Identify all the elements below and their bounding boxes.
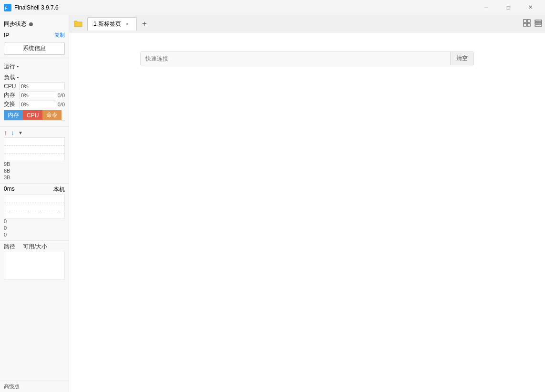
cpu-row: CPU 0% [4,83,65,90]
tab-cpu-button[interactable]: CPU [23,110,42,120]
load-label: 负载 - [4,72,65,83]
sidebar-run-section: 运行 - 负载 - CPU 0% 内存 0% 0/0 [0,58,69,126]
memory-label: 内存 [4,91,19,99]
latency-val-3: 0 [4,232,65,237]
memory-value: 0% [21,93,29,98]
svg-rect-3 [527,20,530,22]
sidebar-status-section: 同步状态 IP 复制 系统信息 [0,15,69,58]
svg-rect-8 [535,25,542,26]
memory-row: 内存 0% 0/0 [4,91,65,99]
svg-rect-4 [524,23,526,26]
svg-rect-2 [524,20,526,22]
tab-bar-right [522,18,543,29]
sysinfo-button[interactable]: 系统信息 [4,42,65,55]
download-arrow-icon: ↓ [11,129,14,136]
sidebar: 同步状态 IP 复制 系统信息 运行 - 负载 - CPU 0% [0,15,69,392]
disk-section: 路径 可用/大小 [0,240,69,381]
sync-dot-icon [29,22,33,26]
sync-status-row: 同步状态 [4,18,65,30]
net-val-3b: 3B [4,175,65,180]
copy-button[interactable]: 复制 [54,31,65,39]
memory-bar: 0% [19,92,56,99]
cpu-bar: 0% [19,83,65,90]
list-layout-icon [535,19,542,27]
title-bar: F FinalShell 3.9.7.6 ─ □ ✕ [0,0,545,15]
swap-row: 交换 0% 0/0 [4,100,65,108]
memory-extra: 0/0 [58,93,65,98]
load-text: 负载 - [4,74,19,81]
swap-label: 交换 [4,100,19,108]
latency-val-1: 0 [4,218,65,224]
network-section: ↑ ↓ ▼ 9B 6B 3B [0,126,69,183]
latency-dotted-2 [4,211,64,211]
latency-section: 0ms 本机 0 0 0 [0,183,69,240]
cpu-label: CPU [4,83,19,90]
grid-layout-icon [523,19,531,27]
sync-status-label: 同步状态 [4,20,27,28]
latency-values: 0 0 0 [4,218,65,237]
run-label: 运行 - [4,63,19,70]
swap-value: 0% [21,102,29,107]
net-val-6b: 6B [4,168,65,174]
tab-label: 1 新标签页 [93,20,121,28]
latency-val-2: 0 [4,225,65,231]
mini-tabs: 内存 CPU 命令 [4,110,65,120]
network-values: 9B 6B 3B [4,161,65,180]
grid-layout-button[interactable] [522,18,532,29]
ip-label: IP [4,32,9,39]
svg-rect-6 [535,20,542,21]
latency-header: 0ms 本机 [4,186,65,194]
maximize-button[interactable]: □ [497,0,519,15]
svg-text:F: F [5,6,8,10]
disk-path-col: 路径 [4,243,15,251]
main-content: 1 新标签页 × + [69,15,545,392]
add-tab-button[interactable]: + [139,18,150,30]
title-bar-left: F FinalShell 3.9.7.6 [4,4,59,11]
ip-dash [31,32,32,39]
title-bar-controls: ─ □ ✕ [475,0,541,15]
tab-bar-left: 1 新标签页 × + [71,17,150,31]
folder-button[interactable] [71,17,85,31]
net-dotted-line-1 [4,145,64,146]
latency-label: 0ms [4,186,15,194]
ip-row: IP 复制 [4,30,65,40]
disk-size-col: 可用/大小 [23,243,47,251]
tab-memory-button[interactable]: 内存 [4,110,23,120]
disk-chart [4,251,65,279]
app-title: FinalShell 3.9.7.6 [14,4,59,11]
upload-arrow-icon: ↑ [4,129,7,136]
list-layout-button[interactable] [534,18,543,29]
net-val-9b: 9B [4,161,65,167]
disk-header: 路径 可用/大小 [4,243,65,251]
tab-close-button[interactable]: × [124,21,131,27]
svg-rect-5 [527,23,530,26]
net-dotted-line-2 [4,154,64,154]
cpu-value: 0% [21,83,29,89]
app-icon: F [4,4,11,11]
app-body: 同步状态 IP 复制 系统信息 运行 - 负载 - CPU 0% [0,15,545,392]
close-button[interactable]: ✕ [519,0,541,15]
folder-icon [74,20,82,28]
main-tab[interactable]: 1 新标签页 × [87,17,137,31]
tab-command-button[interactable]: 命令 [42,110,62,120]
resource-chart [4,120,65,121]
quick-connect-bar: 清空 [140,52,474,65]
swap-bar: 0% [19,101,56,108]
latency-right-label: 本机 [53,186,65,194]
clear-button[interactable]: 清空 [450,52,473,65]
sidebar-bottom-bar: 高级版 [0,381,69,392]
network-chart [4,137,65,161]
svg-rect-7 [535,22,542,24]
advanced-label: 高级版 [4,383,20,389]
quick-connect-input[interactable] [141,52,450,65]
swap-extra: 0/0 [58,102,65,107]
run-row: 运行 - [4,61,65,72]
content-panel: 清空 [69,32,545,392]
minimize-button[interactable]: ─ [475,0,497,15]
tab-bar: 1 新标签页 × + [69,15,545,32]
latency-chart [4,195,65,218]
network-header: ↑ ↓ ▼ [4,129,65,136]
network-dropdown-icon: ▼ [18,130,23,135]
latency-dotted-1 [4,203,64,203]
